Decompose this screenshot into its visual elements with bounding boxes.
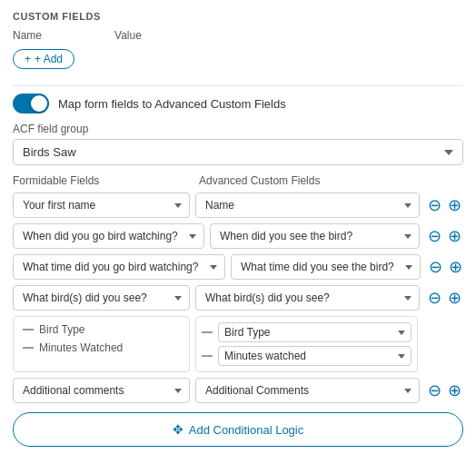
subfield-minutes-watched-label: Minutes Watched <box>39 341 123 354</box>
col-name-header: Name <box>13 29 42 42</box>
formidable-fields-header: Formidable Fields <box>13 174 190 187</box>
formidable-select-2[interactable]: When did you go bird watching? <box>13 223 204 249</box>
dash-icon-4 <box>202 355 213 357</box>
plus-icon: + <box>25 53 31 65</box>
remove-row-4-button[interactable]: ⊖ <box>425 289 443 307</box>
subfield-right-minutes-watched: Minutes watched <box>196 344 417 368</box>
add-row-3-button[interactable]: ⊕ <box>446 258 464 276</box>
field-row-2: When did you go bird watching? When did … <box>13 223 463 249</box>
add-row-1-button[interactable]: ⊕ <box>445 196 463 214</box>
formidable-select-3[interactable]: What time did you go bird watching? <box>13 254 225 280</box>
acf-select-2[interactable]: When did you see the bird? <box>210 223 420 249</box>
subfield-left-container: Bird Type Minutes Watched <box>13 316 190 372</box>
acf-field-group-select[interactable]: Birds Saw <box>13 139 463 165</box>
add-logic-label: Add Conditional Logic <box>189 423 303 437</box>
subfield-left-bird-type: Bird Type <box>14 321 189 339</box>
dash-icon-3 <box>202 331 213 333</box>
remove-row-5-button[interactable]: ⊖ <box>425 381 443 400</box>
acf-select-5[interactable]: Additional Comments <box>195 378 420 403</box>
field-row-3: What time did you go bird watching? What… <box>13 254 463 280</box>
formidable-select-5[interactable]: Additional comments <box>13 378 190 403</box>
subfield-right-container: Bird Type Minutes watched <box>195 316 418 372</box>
acf-field-group-label: ACF field group <box>13 123 463 135</box>
remove-row-3-button[interactable]: ⊖ <box>426 258 444 276</box>
remove-row-1-button[interactable]: ⊖ <box>425 196 443 214</box>
subfield-left-minutes-watched: Minutes Watched <box>14 339 189 357</box>
subfield-bird-type-select[interactable]: Bird Type <box>218 322 412 342</box>
toggle-label: Map form fields to Advanced Custom Field… <box>58 97 286 111</box>
subfield-minutes-watched-select[interactable]: Minutes watched <box>218 346 412 366</box>
subfield-bird-type-label: Bird Type <box>39 323 84 336</box>
add-button[interactable]: + + Add <box>13 49 74 69</box>
formidable-select-4[interactable]: What bird(s) did you see? <box>13 285 190 311</box>
field-row-5: Additional comments Additional Comments … <box>13 378 463 403</box>
add-conditional-logic-button[interactable]: ✥ Add Conditional Logic <box>13 412 463 447</box>
remove-row-2-button[interactable]: ⊖ <box>425 227 443 245</box>
subfield-section: Bird Type Minutes Watched Bird Type <box>13 316 463 372</box>
add-row-2-button[interactable]: ⊕ <box>445 227 463 245</box>
col-value-header: Value <box>114 29 142 42</box>
section-title: CUSTOM FIELDS <box>13 11 463 22</box>
field-row-4: What bird(s) did you see? What bird(s) d… <box>13 285 463 311</box>
add-button-label: + Add <box>35 53 63 65</box>
logic-icon: ✥ <box>173 422 183 437</box>
formidable-select-1[interactable]: Your first name <box>13 192 190 218</box>
dash-icon-2 <box>23 347 34 349</box>
advanced-custom-fields-header: Advanced Custom Fields <box>199 174 463 187</box>
dash-icon-1 <box>23 329 34 331</box>
field-row-1: Your first name Name ⊖ ⊕ <box>13 192 463 218</box>
add-row-5-button[interactable]: ⊕ <box>445 381 463 400</box>
subfield-right-bird-type: Bird Type <box>196 321 417 344</box>
acf-select-1[interactable]: Name <box>195 192 420 218</box>
acf-select-3[interactable]: What time did you see the bird? <box>231 254 421 280</box>
add-row-4-button[interactable]: ⊕ <box>445 289 463 307</box>
map-fields-toggle[interactable] <box>13 94 49 114</box>
acf-select-4[interactable]: What bird(s) did you see? <box>195 285 420 311</box>
